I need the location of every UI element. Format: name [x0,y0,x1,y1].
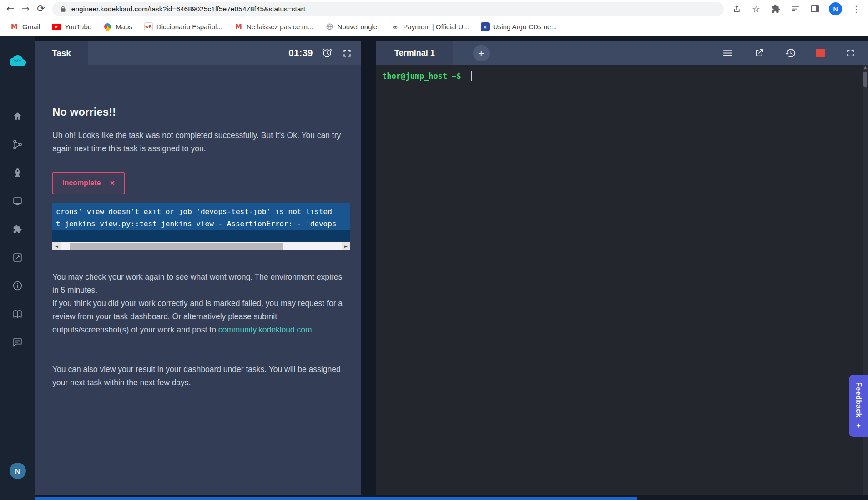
scrollbar-thumb[interactable] [70,243,283,250]
app-sidebar: </> N [0,36,35,500]
user-avatar[interactable]: N [10,463,26,479]
scroll-up-arrow[interactable]: ▲ [863,66,868,70]
bookmark-ne-laissez[interactable]: M Ne laissez pas ce m... [230,20,318,33]
payment-favicon: ∞ [391,22,399,31]
bookmark-nouvel-onglet[interactable]: Nouvel onglet [321,20,384,33]
bookmark-maps[interactable]: Maps [99,20,137,33]
argo-favicon: ◆ [481,22,490,31]
error-line: crons' view doesn't exit or job 'devops-… [52,203,350,218]
puzzle-icon[interactable] [12,224,23,235]
youtube-favicon: ▶ [52,24,61,30]
bookmarks-bar: M Gmail ▶ YouTube Maps wR Diccionario Es… [0,18,868,36]
task-panel: Task 01:39 No worries!! Uh oh! Looks lik… [35,41,361,495]
feedback-button[interactable]: Feedback ✦ [849,375,868,437]
lock-icon [60,5,66,12]
terminal-prompt-user: thor@jump_host [382,71,447,81]
scroll-right-arrow[interactable]: ► [342,242,350,250]
restart-history-icon[interactable] [785,47,796,59]
home-icon[interactable] [12,111,23,122]
terminal-screen[interactable]: thor@jump_host ~$ [376,65,868,81]
share-icon[interactable] [731,4,742,15]
tab-terminal-1[interactable]: Terminal 1 [376,41,453,65]
scroll-left-arrow[interactable]: ◄ [52,242,61,250]
kodekloud-workspace: </> N Task 01:39 [0,36,868,500]
gmail-favicon: M [10,22,19,31]
task-timer: 01:39 [288,48,313,58]
close-icon[interactable]: × [110,179,115,187]
terminal-scroll-thumb[interactable] [863,72,867,87]
address-bar[interactable]: engineer.kodekloud.com/task?id=64689025c… [52,2,724,16]
error-output[interactable]: crons' view doesn't exit or job 'devops-… [52,203,350,250]
review-request-text: If you think you did your work correctly… [52,299,343,334]
task-intro-text: Uh oh! Looks like the task was not compl… [52,129,350,155]
browser-profile-avatar[interactable]: N [829,2,842,15]
bottom-accent-strip [35,497,637,500]
open-in-new-icon[interactable] [753,47,765,59]
bookmark-payment[interactable]: ∞ Payment | Official U... [386,20,474,33]
terminal-cursor [466,71,472,81]
wordreference-favicon: wR [144,22,153,31]
community-link[interactable]: community.kodekloud.com [218,325,312,334]
url-text: engineer.kodekloud.com/task?id=64689025c… [71,5,305,13]
terminal-panel: Terminal 1 + thor@jump_host ~$ ▲ [376,41,868,495]
reload-button[interactable]: ⟳ [37,4,45,14]
terminal-panel-header: Terminal 1 + [376,41,868,65]
bookmark-diccionario[interactable]: wR Diccionario Español... [140,20,227,33]
rocket-icon[interactable] [12,167,23,179]
terminal-prompt-symbol: ~$ [452,71,461,81]
terminal-menu-icon[interactable] [722,47,733,59]
sparkle-icon: ✦ [856,422,861,429]
forward-button[interactable]: → [22,4,30,14]
task-followup-text: You may check your work again to see wha… [52,270,350,337]
new-terminal-button[interactable]: + [473,45,490,61]
terminal-fullscreen-icon[interactable] [845,47,856,59]
back-button[interactable]: ← [6,4,15,14]
pipeline-icon[interactable] [12,139,23,150]
horizontal-scrollbar[interactable]: ◄ ► [52,242,350,250]
info-icon[interactable] [12,280,23,291]
check-work-text: You may check your work again to see wha… [52,270,350,297]
reading-list-icon[interactable] [790,4,801,15]
browser-toolbar: ← → ⟳ engineer.kodekloud.com/task?id=646… [0,0,868,18]
alarm-clock-icon [321,47,333,59]
task-panel-header: Task 01:39 [35,41,361,65]
bookmark-argo[interactable]: ◆ Using Argo CDs ne... [476,20,561,33]
review-icon[interactable] [12,252,23,263]
menu-kebab-icon[interactable]: ⋮ [851,4,862,15]
kodekloud-logo[interactable]: </> [7,52,29,69]
fullscreen-icon[interactable] [341,47,353,59]
bookmark-star-icon[interactable]: ☆ [751,4,762,15]
globe-favicon [325,22,334,31]
stop-button[interactable] [816,49,825,57]
chat-icon[interactable] [12,337,23,348]
task-result-heading: No worries!! [52,106,350,118]
error-line: t_jenkins_view.py::test_jenkins_view - A… [52,218,350,230]
extensions-icon[interactable] [770,4,781,15]
bookmark-youtube[interactable]: ▶ YouTube [47,20,96,33]
dashboard-note-text: You can also view your result in your da… [52,363,350,389]
bookmark-gmail[interactable]: M Gmail [5,20,45,33]
tab-task[interactable]: Task [35,41,88,65]
docs-icon[interactable] [12,308,23,320]
maps-favicon [103,22,112,31]
gmail-favicon: M [234,22,243,31]
monitor-icon[interactable] [12,195,23,207]
status-badge: Incomplete × [52,172,125,194]
status-badge-label: Incomplete [62,179,101,187]
side-panel-icon[interactable] [809,4,820,15]
